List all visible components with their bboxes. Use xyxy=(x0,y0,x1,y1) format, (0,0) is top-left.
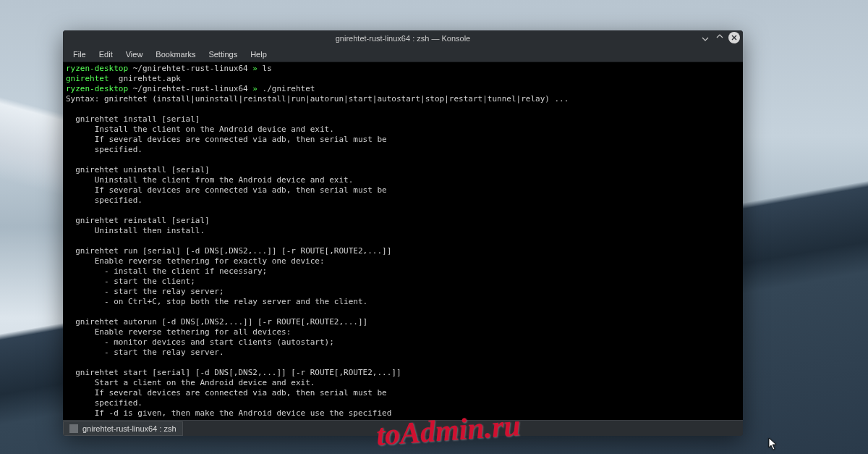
terminal-output[interactable]: ryzen-desktop ~/gnirehtet-rust-linux64 »… xyxy=(63,62,743,420)
output-line: If several devices are connected via adb… xyxy=(66,185,387,195)
output-line: gnirehtet uninstall [serial] xyxy=(66,165,210,175)
prompt-path: ~/gnirehtet-rust-linux64 xyxy=(133,64,248,73)
command: ls xyxy=(263,64,272,73)
terminal-icon xyxy=(69,424,78,433)
close-button[interactable] xyxy=(728,32,740,43)
window-controls xyxy=(699,32,740,43)
output-line: - monitor devices and start clients (aut… xyxy=(66,337,334,347)
output-line: - start the relay server. xyxy=(66,348,224,357)
output-line: Uninstall then install. xyxy=(66,226,205,235)
output-line: gnirehtet autorun [-d DNS[,DNS2,...]] [-… xyxy=(66,317,367,327)
minimize-button[interactable] xyxy=(699,32,711,43)
prompt-host: ryzen-desktop xyxy=(66,64,128,73)
tab-label: gnirehtet-rust-linux64 : zsh xyxy=(82,424,176,433)
prompt-host: ryzen-desktop xyxy=(66,84,128,93)
output-line: - start the client; xyxy=(66,277,195,286)
output-line: gnirehtet run [serial] [-d DNS[,DNS2,...… xyxy=(66,246,391,256)
terminal-tab[interactable]: gnirehtet-rust-linux64 : zsh xyxy=(63,421,183,436)
maximize-button[interactable] xyxy=(714,32,726,43)
ls-output: gnirehtet xyxy=(66,74,109,83)
output-line: - on Ctrl+C, stop both the relay server … xyxy=(66,297,367,306)
output-line: - start the relay server; xyxy=(66,287,224,296)
command: ./gnirehtet xyxy=(263,84,315,93)
prompt-path: ~/gnirehtet-rust-linux64 xyxy=(133,84,248,93)
output-line: - install the client if necessary; xyxy=(66,266,267,276)
ls-output: gnirehtet.apk xyxy=(109,74,181,83)
window-title: gnirehtet-rust-linux64 : zsh — Konsole xyxy=(63,34,743,43)
window-titlebar[interactable]: gnirehtet-rust-linux64 : zsh — Konsole xyxy=(63,30,743,46)
menu-help[interactable]: Help xyxy=(244,49,273,60)
output-line: specified. xyxy=(66,398,142,408)
menu-edit[interactable]: Edit xyxy=(93,49,119,60)
output-line: Enable reverse tethering for exactly one… xyxy=(66,256,325,266)
output-line: gnirehtet install [serial] xyxy=(66,114,200,124)
menu-bookmarks[interactable]: Bookmarks xyxy=(150,49,201,60)
konsole-window: gnirehtet-rust-linux64 : zsh — Konsole F… xyxy=(63,30,743,436)
output-line: If -d is given, then make the Android de… xyxy=(66,408,391,418)
output-line: gnirehtet start [serial] [-d DNS[,DNS2,.… xyxy=(66,368,401,377)
output-line: If several devices are connected via adb… xyxy=(66,388,387,398)
output-line: If several devices are connected via adb… xyxy=(66,135,387,144)
desktop-background: gnirehtet-rust-linux64 : zsh — Konsole F… xyxy=(0,0,868,454)
output-line: Uninstall the client from the Android de… xyxy=(66,175,353,185)
output-line: Install the client on the Android device… xyxy=(66,125,334,134)
menu-view[interactable]: View xyxy=(120,49,149,60)
output-line: Syntax: gnirehtet (install|uninstall|rei… xyxy=(66,94,569,104)
output-line: specified. xyxy=(66,196,142,205)
output-line: Start a client on the Android device and… xyxy=(66,378,315,387)
prompt-sep: » xyxy=(248,84,263,93)
prompt-sep: » xyxy=(248,64,263,73)
menu-bar: File Edit View Bookmarks Settings Help xyxy=(63,46,743,62)
cursor-icon xyxy=(768,437,778,450)
menu-file[interactable]: File xyxy=(67,49,92,60)
output-line: gnirehtet reinstall [serial] xyxy=(66,216,210,225)
output-line: Enable reverse tethering for all devices… xyxy=(66,327,291,337)
output-line: specified. xyxy=(66,145,142,154)
menu-settings[interactable]: Settings xyxy=(203,49,243,60)
